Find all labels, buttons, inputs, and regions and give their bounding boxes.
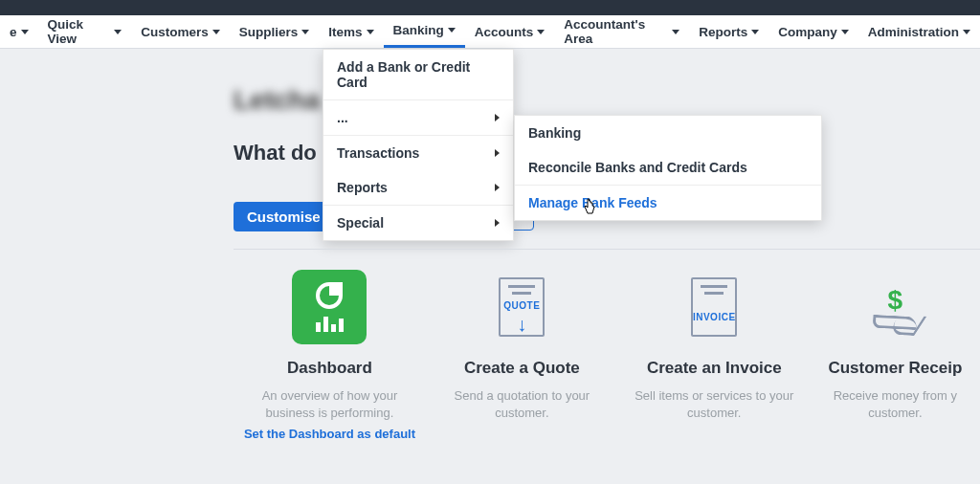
- dollar-icon: $: [888, 285, 903, 316]
- submenu-manage-bank-feeds[interactable]: Manage Bank Feeds: [515, 185, 821, 220]
- dropdown-transactions[interactable]: Transactions: [323, 135, 513, 170]
- caret-down-icon: [212, 30, 220, 34]
- menu-label: Suppliers: [239, 25, 299, 39]
- topbar: [0, 0, 980, 15]
- card-title: Create an Invoice: [624, 359, 805, 378]
- menu-label: Banking: [393, 23, 444, 37]
- caret-right-icon: [495, 184, 500, 191]
- customise-button[interactable]: Customise: [234, 202, 334, 231]
- caret-right-icon: [495, 149, 500, 157]
- dropdown-reports[interactable]: Reports: [323, 170, 513, 205]
- menu-item-e[interactable]: e: [0, 15, 38, 48]
- invoice-icon: INVOICE: [624, 267, 805, 347]
- caret-down-icon: [841, 30, 849, 34]
- card-title: Customer Receip: [816, 359, 974, 378]
- caret-right-icon: [495, 219, 500, 227]
- menu-item-customers[interactable]: Customers: [131, 15, 230, 48]
- caret-down-icon: [301, 30, 309, 34]
- menu-item-suppliers[interactable]: Suppliers: [230, 15, 320, 48]
- menu-label: e: [10, 25, 17, 39]
- dropdown-label: Transactions: [337, 145, 419, 161]
- dropdown-add-bank-or-card[interactable]: Add a Bank or Credit Card: [323, 50, 513, 99]
- quick-actions-row: Dashboard An overview of how your busine…: [234, 249, 980, 446]
- menu-item-reports[interactable]: Reports: [689, 15, 768, 48]
- menu-label: Customers: [141, 25, 209, 39]
- card-create-quote[interactable]: QUOTE ↓ Create a Quote Send a quotation …: [426, 263, 618, 446]
- menu-item-quick-view[interactable]: Quick View: [38, 15, 132, 48]
- caret-down-icon: [114, 30, 122, 34]
- caret-down-icon: [963, 30, 970, 34]
- menubar: e Quick View Customers Suppliers Items B…: [0, 15, 980, 49]
- menu-item-accountants-area[interactable]: Accountant's Area: [554, 15, 689, 48]
- doc-label: INVOICE: [693, 312, 736, 322]
- dropdown-label: ...: [337, 110, 348, 125]
- caret-down-icon: [672, 30, 679, 34]
- menu-item-items[interactable]: Items: [319, 15, 383, 48]
- menu-label: Administration: [868, 25, 959, 39]
- dropdown-special[interactable]: Special: [323, 205, 513, 240]
- arrow-down-icon: ↓: [517, 315, 526, 334]
- menu-label: Items: [328, 25, 362, 39]
- card-customer-receipt[interactable]: $ Customer Receip Receive money from y c…: [811, 263, 980, 446]
- dashboard-default-link[interactable]: Set the Dashboard as default: [244, 427, 415, 441]
- submenu-banking[interactable]: Banking: [515, 116, 821, 150]
- card-dashboard[interactable]: Dashboard An overview of how your busine…: [234, 263, 426, 446]
- quote-icon: QUOTE ↓: [432, 267, 612, 347]
- banking-submenu: Banking Reconcile Banks and Credit Cards…: [514, 115, 822, 221]
- caret-down-icon: [537, 30, 545, 34]
- dropdown-label: Special: [337, 215, 384, 231]
- cursor-pointer-icon: [582, 198, 597, 220]
- caret-down-icon: [367, 30, 374, 34]
- hand-icon: [873, 315, 918, 330]
- dropdown-label: Add a Bank or Credit Card: [337, 59, 500, 90]
- card-desc: Sell items or services to your customer.: [624, 387, 805, 421]
- menu-label: Reports: [699, 25, 747, 39]
- card-desc: Send a quotation to your customer.: [432, 387, 612, 421]
- dropdown-label: Reports: [337, 180, 388, 195]
- menu-item-administration[interactable]: Administration: [858, 15, 980, 48]
- banking-dropdown: Add a Bank or Credit Card ... Transactio…: [323, 49, 514, 241]
- menu-label: Quick View: [48, 17, 111, 46]
- card-title: Dashboard: [239, 359, 420, 378]
- caret-down-icon: [751, 30, 759, 34]
- dropdown-ellipsis[interactable]: ...: [323, 99, 513, 135]
- card-title: Create a Quote: [432, 359, 612, 378]
- card-desc: An overview of how your business is perf…: [239, 387, 420, 421]
- card-create-invoice[interactable]: INVOICE Create an Invoice Sell items or …: [618, 263, 811, 446]
- caret-down-icon: [448, 28, 456, 33]
- menu-label: Company: [778, 25, 837, 39]
- receipt-icon: $: [816, 267, 974, 347]
- caret-down-icon: [21, 30, 29, 34]
- menu-item-company[interactable]: Company: [768, 15, 858, 48]
- doc-label: QUOTE: [503, 300, 540, 311]
- dashboard-icon: [239, 267, 420, 347]
- caret-right-icon: [495, 114, 500, 121]
- menu-label: Accounts: [475, 25, 534, 39]
- menu-item-banking[interactable]: Banking: [384, 15, 465, 48]
- menu-label: Accountant's Area: [564, 17, 668, 46]
- card-desc: Receive money from y customer.: [816, 387, 974, 421]
- submenu-reconcile[interactable]: Reconcile Banks and Credit Cards: [515, 150, 821, 185]
- menu-item-accounts[interactable]: Accounts: [465, 15, 555, 48]
